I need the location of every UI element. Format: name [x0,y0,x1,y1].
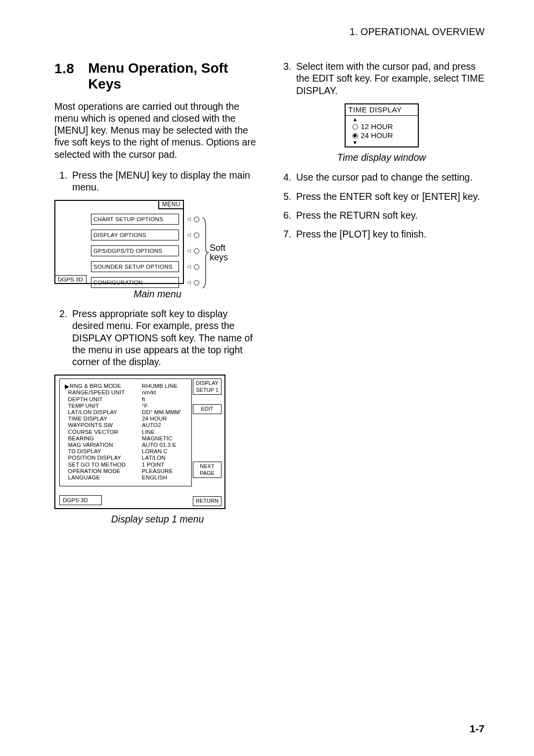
step-2: Press appropriate soft key to display de… [54,308,261,368]
right-column: Select item with the cursor pad, and pre… [278,60,485,533]
setting-value: AUTO 01.3 E [142,442,176,448]
setting-row[interactable]: ▶RNG & BRG MODERHUMB LINE [65,383,187,389]
setting-value: 24 HOUR [142,416,167,422]
gps-status: DGPS 3D [59,495,102,505]
setting-row[interactable]: TIME DISPLAY24 HOUR [65,416,187,422]
time-option-24[interactable]: 24 HOUR [353,131,415,140]
running-header: 1. OPERATIONAL OVERVIEW [54,26,485,38]
intro-paragraph: Most operations are carried out through … [54,100,261,160]
figure-display-setup: ▶RNG & BRG MODERHUMB LINE RANGE/SPEED UN… [54,375,225,509]
setting-value: °F [142,403,148,409]
left-column: 1.8 Menu Operation, Soft Keys Most opera… [54,60,261,533]
softkey-button-icon [194,280,199,285]
softkeys-label: Soft keys [210,243,228,262]
section-title: Menu Operation, Soft Keys [88,60,261,92]
step-5: Press the ENTER soft key or [ENTER] key. [278,190,485,202]
triangle-left-icon: ◁ [187,232,191,238]
softkey-indicator[interactable]: ◁ [187,245,199,256]
softkey-button-icon [194,217,199,222]
setting-key: WAYPOINTS SW [65,422,142,428]
figure-time-display: TIME DISPLAY ▲ 12 HOUR 24 HOUR ▼ [345,103,419,148]
option-label: 24 HOUR [361,131,393,140]
section-number: 1.8 [54,60,74,78]
setting-row[interactable]: COURSE VECTORLINE [65,429,187,435]
time-option-12[interactable]: 12 HOUR [353,122,415,131]
setting-row[interactable]: DEPTH UNITft [65,396,187,403]
setting-key: TD DISPLAY [65,448,142,455]
softkey-button-icon [194,233,199,238]
softkey-display-setup-1[interactable]: DISPLAY SETUP 1 [193,378,222,395]
setting-row[interactable]: RANGE/SPEED UNITnm/kt [65,389,187,396]
setting-key: SET GO TO METHOD [65,462,142,468]
setting-key: TEMP UNIT [65,403,142,409]
setting-value: DD° MM.MMM' [142,409,181,416]
setting-row[interactable]: OPERATION MODEPLEASURE [65,468,187,474]
setting-row[interactable]: TD DISPLAYLORAN C [65,448,187,455]
setting-key: ▶RNG & BRG MODE [65,383,142,389]
setting-row[interactable]: TEMP UNIT°F [65,403,187,409]
setting-row[interactable]: LANGUAGEENGLISH [65,474,187,481]
section-heading: 1.8 Menu Operation, Soft Keys [54,60,261,92]
setting-value: nm/kt [142,389,156,396]
setting-value: LAT/LON [142,455,166,461]
setting-key: RANGE/SPEED UNIT [65,389,142,396]
radio-selected-icon [353,133,358,139]
setting-value: 1 POINT [142,462,164,468]
softkey-edit[interactable]: EDIT [193,404,222,414]
setting-value: LINE [142,429,155,435]
arrow-down-icon[interactable]: ▼ [353,140,415,145]
menu-item[interactable]: GPS/DGPS/TD OPTIONS [91,245,179,256]
setting-key: LAT/LON DISPLAY [65,409,142,416]
setting-row[interactable]: WAYPOINTS SWAUTO2 [65,422,187,428]
setting-value: RHUMB LINE [142,383,178,389]
setting-row[interactable]: LAT/LON DISPLAYDD° MM.MMM' [65,409,187,416]
softkey-indicator[interactable]: ◁ [187,261,199,272]
brace-icon [202,217,209,289]
softkey-next-page[interactable]: NEXT PAGE [193,462,222,478]
setting-row[interactable]: BEARINGMAGNETIC [65,435,187,442]
menu-item[interactable]: DISPLAY OPTIONS [91,230,179,240]
setting-row[interactable]: SET GO TO METHOD1 POINT [65,462,187,468]
softkey-indicator[interactable]: ◁ [187,214,199,225]
softkey-button-icon [194,248,199,254]
setting-value: ENGLISH [142,474,167,481]
step-4: Use the cursor pad to change the setting… [278,171,485,183]
setting-value: PLEASURE [142,468,173,474]
triangle-left-icon: ◁ [187,216,191,222]
softkey-button-icon [194,264,199,270]
setting-value: MAGNETIC [142,435,173,442]
radio-unselected-icon [353,124,358,130]
setting-value: LORAN C [142,448,168,455]
setting-key: TIME DISPLAY [65,416,142,422]
setting-row[interactable]: POSITION DISPLAYLAT/LON [65,455,187,461]
main-menu-header: MENU [158,200,183,209]
step-6: Press the RETURN soft key. [278,209,485,221]
step-3: Select item with the cursor pad, and pre… [278,60,485,96]
setting-key: POSITION DISPLAY [65,455,142,461]
triangle-left-icon: ◁ [187,248,191,254]
menu-item[interactable]: CONFIGURATION [91,277,179,288]
setting-value: ft [142,396,145,403]
page-number: 1-7 [470,722,485,735]
menu-item[interactable]: SOUNDER SETUP OPTIONS [91,261,179,272]
setting-key: LANGUAGE [65,474,142,481]
triangle-left-icon: ◁ [187,280,191,285]
figure-caption: Time display window [278,151,485,163]
setting-row[interactable]: MAG VARIATIONAUTO 01.3 E [65,442,187,448]
option-label: 12 HOUR [361,122,393,131]
figure-main-menu: MENU CHART SETUP OPTIONS DISPLAY OPTIONS… [54,200,226,284]
step-7: Press the [PLOT] key to finish. [278,228,485,240]
figure-caption: Display setup 1 menu [54,513,261,525]
setting-key: DEPTH UNIT [65,396,142,403]
arrow-up-icon[interactable]: ▲ [353,117,415,122]
step-1: Press the [MENU] key to display the main… [54,169,261,193]
setting-key: MAG VARIATION [65,442,142,448]
softkey-return[interactable]: RETURN [193,496,222,506]
gps-status: DGPS 3D [55,275,87,284]
setting-key: COURSE VECTOR [65,429,142,435]
setting-value: AUTO2 [142,422,161,428]
softkey-indicator[interactable]: ◁ [187,230,199,240]
menu-item[interactable]: CHART SETUP OPTIONS [91,214,179,225]
softkey-indicator[interactable]: ◁ [187,277,199,288]
setting-key: OPERATION MODE [65,468,142,474]
